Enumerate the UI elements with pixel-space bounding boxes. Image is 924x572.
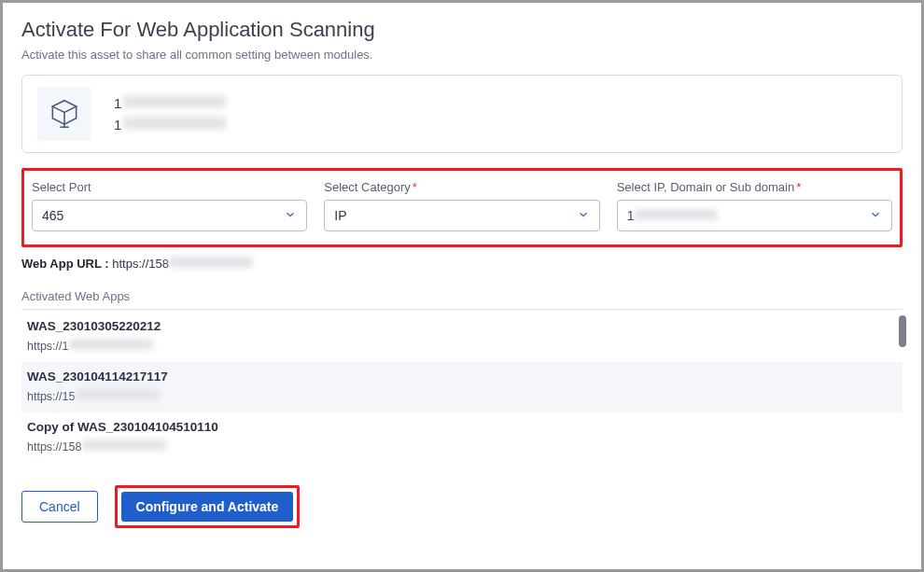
page-title: Activate For Web Application Scanning [21,18,903,42]
asset-line-2: 1 [114,117,226,133]
select-ipdomain-value: 1 [627,208,719,223]
chevron-down-icon [869,208,882,224]
asset-cube-icon [37,87,91,141]
app-url: https://158 [27,439,897,453]
app-url: https://1 [27,339,897,353]
activated-heading: Activated Web Apps [21,289,903,310]
webapp-url-value: https://158 [112,257,253,271]
asset-line-1: 1 [114,95,226,111]
app-name: WAS_23010305220212 [27,319,897,333]
chevron-down-icon [284,208,297,224]
select-port-dropdown[interactable]: 465 [32,200,307,231]
webapp-url: Web App URL : https://158 [21,257,903,271]
list-item[interactable]: WAS_23010305220212 https://1 [21,312,903,362]
select-ipdomain-label: Select IP, Domain or Sub domain* [617,180,892,194]
configure-activate-button[interactable]: Configure and Activate [121,492,294,522]
webapp-url-label: Web App URL : [21,257,109,271]
asset-info: 1 1 [114,95,226,133]
list-item[interactable]: WAS_230104114217117 https://15 [21,362,903,412]
asset-card: 1 1 [21,75,903,153]
activated-apps-list[interactable]: WAS_23010305220212 https://1 WAS_2301041… [21,312,903,463]
select-category-value: IP [334,208,346,223]
app-url: https://15 [27,389,897,403]
select-port-label: Select Port [32,180,307,194]
select-row-highlight: Select Port 465 Select Category* IP Sele… [21,168,903,247]
list-item[interactable]: Copy of WAS_230104104510110 https://158 [21,412,903,463]
app-name: WAS_230104114217117 [27,370,897,384]
primary-button-highlight: Configure and Activate [115,485,301,528]
page-subtitle: Activate this asset to share all common … [21,48,903,62]
select-port-value: 465 [42,208,63,223]
chevron-down-icon [577,208,590,224]
cancel-button[interactable]: Cancel [21,491,98,523]
select-category-label: Select Category* [324,180,599,194]
select-category-group: Select Category* IP [324,180,599,231]
select-ipdomain-dropdown[interactable]: 1 [617,200,892,231]
button-bar: Cancel Configure and Activate [21,485,903,528]
select-ipdomain-group: Select IP, Domain or Sub domain* 1 [617,180,892,231]
select-category-dropdown[interactable]: IP [324,200,599,231]
select-port-group: Select Port 465 [32,180,307,231]
app-name: Copy of WAS_230104104510110 [27,420,897,434]
